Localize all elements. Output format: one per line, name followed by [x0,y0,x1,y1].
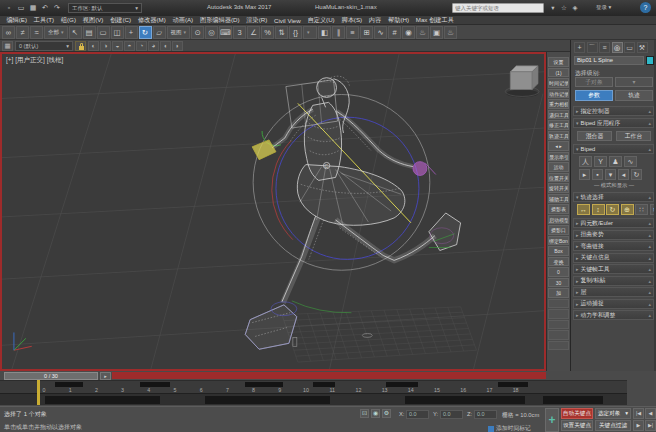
rollout-5[interactable]: ▸关键帧工具▴ [573,264,654,274]
search-input[interactable] [452,3,544,13]
schematic-view-icon[interactable]: # [388,26,401,39]
menu-item-3[interactable]: 视图(V) [79,16,106,25]
rollout-assign-controller[interactable]: ▸ 指定控制器 ▴ [573,106,654,116]
selection-lock-icon[interactable]: ◉ [371,409,380,418]
ribbon-toggle-icon[interactable]: ⊞ [360,26,373,39]
biped-file-icon-4[interactable]: ◂ [618,169,629,180]
key-filter-dropdown[interactable]: 选定对象 ▾ [595,408,631,419]
signin-button[interactable]: 登录 ▾ [596,4,611,11]
biped-file-icon-5[interactable]: ↻ [631,169,642,180]
select-object-icon[interactable]: ↖ [69,26,82,39]
menu-item-7[interactable]: 图形编辑器(D) [197,16,243,25]
parameters-button[interactable]: 参数 [575,90,613,101]
undo-icon[interactable]: ↶ [40,3,50,13]
render-setup-icon[interactable]: ♨ [416,26,429,39]
snap-toggle-3d-icon[interactable]: 3 [233,26,246,39]
viewport-label[interactable]: [+] [用户正交] [线框] [6,56,63,65]
isolate-selection-icon[interactable]: ⊡ [360,409,369,418]
side-tool-1[interactable]: 设置 [548,57,569,67]
auto-key-button[interactable]: 自动关键点 [561,408,593,419]
rollout-biped-apps[interactable]: ▾ Biped 应用程序 ▴ [573,118,654,128]
mirror-icon[interactable]: ◧ [318,26,331,39]
select-and-move-icon[interactable]: + [125,26,138,39]
next-frame-button[interactable]: ▸ [100,372,111,380]
rollout-3[interactable]: ▸弯曲链接▴ [573,241,654,251]
side-tool-19[interactable]: Box [548,246,569,256]
side-tool-18[interactable]: 绑定Bone [548,236,569,246]
current-frame-marker[interactable] [37,380,40,405]
reference-coordinate-dropdown[interactable]: 视图 [167,26,191,39]
side-tool-12[interactable]: 位置开关 [548,173,569,183]
select-by-name-icon[interactable]: ▤ [83,26,96,39]
toolbar2-icon-6[interactable]: ◕ [148,41,159,51]
side-tool-24[interactable] [548,299,569,309]
tab-display[interactable]: ▭ [624,42,635,53]
tab-hierarchy[interactable]: ≡ [599,42,610,53]
spinner-snap-icon[interactable]: ⇅ [275,26,288,39]
lock-com-keying-icon[interactable]: ⊕ [621,204,634,215]
side-tool-5[interactable]: 重力相机 [548,99,569,109]
side-tool-25[interactable] [548,309,569,319]
menu-item-4[interactable]: 创建(C) [107,16,135,25]
toolbar2-icon-3[interactable]: ◒ [112,41,123,51]
favorites-star-icon[interactable]: ☆ [559,3,569,13]
toolbar2-icon-5[interactable]: ◔ [136,41,147,51]
rollout-7[interactable]: ▸层▴ [573,287,654,297]
biped-mode-icon-4[interactable]: ∿ [624,156,637,167]
material-editor-icon[interactable]: ◉ [402,26,415,39]
object-name-field[interactable]: Bip01 L Spine [574,56,644,65]
selection-filter-dropdown[interactable]: 全部 [44,26,68,39]
angle-snap-icon[interactable]: ∠ [247,26,260,39]
side-tool-23[interactable]: 加 [548,288,569,298]
new-file-icon[interactable]: ▫ [4,3,14,13]
menu-item-5[interactable]: 修改器(M) [135,16,170,25]
side-tool-22[interactable]: 30 [548,278,569,288]
key-block-3[interactable] [405,396,525,404]
window-crossing-icon[interactable]: ◫ [111,26,124,39]
y-field[interactable]: 0.0 [440,410,463,419]
named-sets-edit-icon[interactable]: {} [289,26,302,39]
biped-mode-icon-3[interactable]: ♟ [609,156,622,167]
time-slider-handle[interactable]: 0 / 30 [4,372,98,380]
named-sets-dropdown[interactable] [303,26,317,39]
tab-motion[interactable]: ◎ [612,42,623,53]
track-bar-keys[interactable] [0,393,627,405]
view-cube[interactable] [505,66,539,98]
rollout-2[interactable]: ▸扭曲姿势▴ [573,230,654,240]
workbench-button[interactable]: 工作台 [616,131,651,141]
sub-object-dropdown[interactable]: ▾ [615,77,653,87]
previous-frame-icon[interactable]: ◀ [645,408,656,419]
side-tool-4[interactable]: 动作记录 [548,89,569,99]
side-tool-2[interactable]: (1) [548,68,569,78]
x-field[interactable]: 0.0 [406,410,429,419]
rollout-6[interactable]: ▸复制/粘贴▴ [573,276,654,286]
body-horizontal-icon[interactable]: ↔ [577,204,590,215]
align-icon[interactable]: ∥ [332,26,345,39]
play-icon[interactable]: ▶ [633,420,644,431]
symmetry-icon[interactable]: ∷ [635,204,648,215]
side-tool-15[interactable]: 摄影表 [548,204,569,214]
toolbar2-icon-8[interactable]: ◗ [172,41,183,51]
add-time-tag[interactable]: 添加时间标记 [488,424,531,432]
sub-object-button[interactable]: 子对象 [575,77,613,87]
percent-snap-icon[interactable]: % [261,26,274,39]
layer-manager-mini-icon[interactable]: ▦ [2,41,13,51]
set-key-button[interactable]: 设置关键点 [561,420,593,431]
menu-item-14[interactable]: Max 创建工具 [412,16,457,25]
track-bar-ruler[interactable]: 0123456789101112131415161718 [0,380,627,393]
rendered-frame-icon[interactable]: ▣ [430,26,443,39]
side-tool-6[interactable]: 递归工具 [548,110,569,120]
selection-region-icon[interactable]: ▭ [97,26,110,39]
save-file-icon[interactable]: ▦ [28,3,38,13]
side-tool-8[interactable]: 轨迹工具 [548,131,569,141]
object-color-swatch[interactable] [646,56,654,65]
communication-center-icon[interactable]: ◈ [570,3,580,13]
keyboard-override-icon[interactable]: ⌨ [219,26,232,39]
side-tool-11[interactable]: 运动 [548,162,569,172]
biped-file-icon-1[interactable]: ▸ [579,169,590,180]
workspace-dropdown[interactable]: 工作区: 默认 ▾ [68,3,142,13]
menu-item-2[interactable]: 组(G) [57,16,79,25]
select-and-link-icon[interactable]: ∞ [2,26,15,39]
rollout-9[interactable]: ▸动力学和调整▴ [573,310,654,320]
biped-file-icon-2[interactable]: ▪ [592,169,603,180]
